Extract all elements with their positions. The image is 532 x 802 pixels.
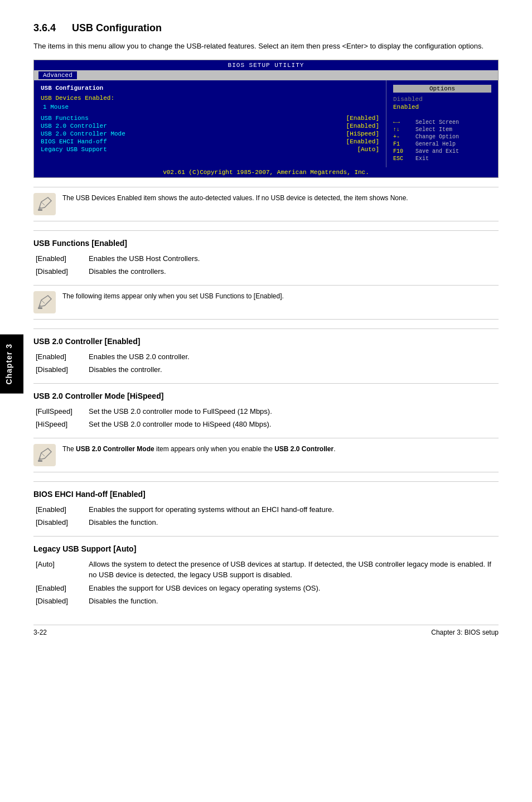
usb-controller-mode-heading: USB 2.0 Controller Mode [HiSpeed] (33, 392, 499, 400)
table-row: [Disabled]Disables the controller. (33, 363, 499, 376)
note-text-1: The USB Devices Enabled item shows the a… (62, 193, 499, 203)
def-key: [Enabled] (33, 252, 86, 265)
def-val: Disables the controllers. (86, 265, 499, 278)
bios-right-panel: Options DisabledEnabled ←→Select Screen↑… (386, 80, 498, 167)
table-row: [Enabled]Enables the support for USB dev… (33, 582, 499, 595)
note-pencil-icon-2 (33, 291, 56, 313)
def-val: Allows the system to detect the presence… (86, 558, 499, 582)
bios-screenshot: BIOS SETUP UTILITY Advanced USB Configur… (33, 60, 499, 178)
note-box-2: The following items appear only when you… (33, 285, 499, 320)
legacy-usb-heading: Legacy USB Support [Auto] (33, 544, 499, 553)
bios-option-item: Disabled (393, 96, 491, 103)
usb-functions-table: [Enabled]Enables the USB Host Controller… (33, 252, 499, 278)
svg-rect-2 (33, 291, 56, 313)
footer-page-number: 3-22 (33, 629, 47, 636)
bios-help: ←→Select Screen↑↓Select Item+-Change Opt… (393, 119, 491, 162)
bios-tab-bar: Advanced (34, 70, 498, 80)
bios-row: BIOS EHCI Hand-off[Enabled] (41, 138, 379, 145)
bios-help-row: +-Change Option (393, 134, 491, 140)
def-key: [Enabled] (33, 582, 86, 595)
table-row: [Disabled]Disables the controllers. (33, 265, 499, 278)
table-row: [HiSpeed]Set the USB 2.0 controller mode… (33, 418, 499, 431)
def-val: Disables the controller. (86, 363, 499, 376)
bios-row: USB 2.0 Controller Mode[HiSpeed] (41, 131, 379, 137)
def-val: Enables the USB 2.0 controller. (86, 350, 499, 364)
bios-help-row: ↑↓Select Item (393, 127, 491, 133)
table-row: [FullSpeed]Set the USB 2.0 controller mo… (33, 405, 499, 418)
bios-active-tab: Advanced (38, 71, 77, 79)
def-key: [Enabled] (33, 503, 86, 516)
page-footer: 3-22 Chapter 3: BIOS setup (33, 625, 499, 636)
note-box-1: The USB Devices Enabled item shows the a… (33, 187, 499, 221)
usb-controller-mode-table: [FullSpeed]Set the USB 2.0 controller mo… (33, 405, 499, 431)
bios-help-row: F10Save and Exit (393, 148, 491, 154)
def-val: Enables the support for USB devices on l… (86, 582, 499, 595)
def-val: Enables the support for operating system… (86, 503, 499, 516)
svg-rect-5 (38, 460, 42, 462)
bios-options-title: Options (393, 85, 491, 93)
bios-row: USB Functions[Enabled] (41, 115, 379, 122)
note-box-3: The USB 2.0 Controller Mode item appears… (33, 438, 499, 472)
note-pencil-icon-1 (33, 193, 56, 215)
bios-ehci-heading: BIOS EHCI Hand-off [Enabled] (33, 490, 499, 499)
def-val: Disables the function. (86, 595, 499, 608)
note-pencil-icon-3 (33, 444, 56, 466)
bios-title: BIOS SETUP UTILITY (34, 60, 498, 70)
bios-ehci-table: [Enabled]Enables the support for operati… (33, 503, 499, 529)
svg-rect-1 (38, 209, 42, 211)
bios-options-list: DisabledEnabled (393, 96, 491, 110)
bios-row: USB 2.0 Controller[Enabled] (41, 123, 379, 129)
table-row: [Auto]Allows the system to detect the pr… (33, 558, 499, 582)
def-key: [Disabled] (33, 516, 86, 529)
def-val: Set the USB 2.0 controller mode to HiSpe… (86, 418, 499, 431)
def-val: Set the USB 2.0 controller mode to FullS… (86, 405, 499, 418)
def-val: Enables the USB Host Controllers. (86, 252, 499, 265)
svg-rect-3 (38, 307, 42, 309)
def-key: [HiSpeed] (33, 418, 86, 431)
bios-device-item: 1 Mouse (43, 104, 379, 110)
def-key: [Disabled] (33, 265, 86, 278)
def-val: Disables the function. (86, 516, 499, 529)
usb-functions-heading: USB Functions [Enabled] (33, 239, 499, 248)
bios-help-row: F1General Help (393, 141, 491, 147)
table-row: [Enabled]Enables the USB 2.0 controller. (33, 350, 499, 364)
usb-controller-table: [Enabled]Enables the USB 2.0 controller.… (33, 350, 499, 376)
def-key: [Auto] (33, 558, 86, 582)
bios-left-panel: USB Configuration USB Devices Enabled: 1… (34, 80, 386, 167)
def-key: [FullSpeed] (33, 405, 86, 418)
bios-section-title: USB Configuration (41, 85, 379, 91)
section-heading: 3.6.4 USB Configuration (33, 22, 499, 34)
note-text-2: The following items appear only when you… (62, 291, 499, 301)
table-row: [Enabled]Enables the USB Host Controller… (33, 252, 499, 265)
bios-help-row: ←→Select Screen (393, 119, 491, 125)
bios-option-item: Enabled (393, 104, 491, 110)
bios-help-row: ESCExit (393, 156, 491, 162)
def-key: [Disabled] (33, 363, 86, 376)
bios-row: Legacy USB Support[Auto] (41, 146, 379, 153)
svg-rect-0 (33, 193, 56, 215)
footer-chapter: Chapter 3: BIOS setup (431, 629, 499, 636)
def-key: [Enabled] (33, 350, 86, 364)
table-row: [Enabled]Enables the support for operati… (33, 503, 499, 516)
legacy-usb-table: [Auto]Allows the system to detect the pr… (33, 558, 499, 608)
def-key: [Disabled] (33, 595, 86, 608)
bios-subsection: USB Devices Enabled: (41, 95, 379, 102)
usb-controller-heading: USB 2.0 Controller [Enabled] (33, 337, 499, 346)
table-row: [Disabled]Disables the function. (33, 516, 499, 529)
bios-footer: v02.61 (C)Copyright 1985-2007, American … (34, 167, 498, 177)
chapter-label: Chapter 3 (0, 335, 23, 394)
table-row: [Disabled]Disables the function. (33, 595, 499, 608)
intro-text: The items in this menu allow you to chan… (33, 41, 499, 52)
note-text-3: The USB 2.0 Controller Mode item appears… (62, 444, 499, 454)
svg-rect-4 (33, 444, 56, 466)
bios-rows: USB Functions[Enabled]USB 2.0 Controller… (41, 115, 379, 153)
